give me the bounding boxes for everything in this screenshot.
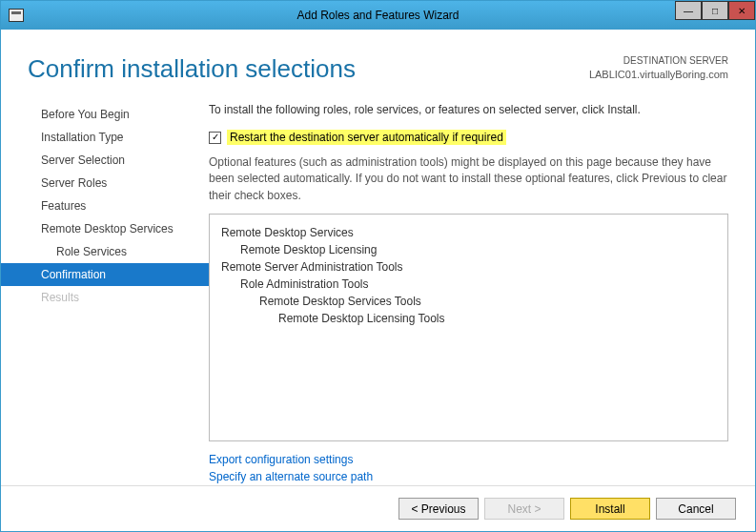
footer: < Previous Next > Install Cancel — [1, 485, 755, 531]
source-link[interactable]: Specify an alternate source path — [209, 468, 728, 485]
sidebar-item-results: Results — [1, 286, 209, 309]
destination-server-label: DESTINATION SERVER — [589, 54, 728, 68]
install-button[interactable]: Install — [570, 498, 650, 520]
previous-button[interactable]: < Previous — [398, 498, 479, 520]
sidebar-item-server-roles[interactable]: Server Roles — [1, 172, 209, 194]
feature-item: Remote Server Administration Tools — [221, 258, 716, 276]
header: Confirm installation selections DESTINAT… — [1, 30, 755, 93]
feature-item: Remote Desktop Licensing Tools — [221, 310, 716, 327]
window-title: Add Roles and Features Wizard — [296, 9, 459, 22]
optional-features-note: Optional features (such as administratio… — [209, 154, 728, 204]
export-link[interactable]: Export configuration settings — [209, 451, 728, 468]
sidebar-item-before-you-begin[interactable]: Before You Begin — [1, 103, 209, 126]
feature-item: Remote Desktop Services — [221, 224, 716, 241]
feature-item: Remote Desktop Services Tools — [221, 293, 716, 310]
main-panel: To install the following roles, role ser… — [209, 93, 728, 485]
features-box: Remote Desktop ServicesRemote Desktop Li… — [209, 214, 728, 441]
sidebar: Before You BeginInstallation TypeServer … — [1, 93, 209, 485]
sidebar-item-installation-type[interactable]: Installation Type — [1, 126, 209, 149]
titlebar: Add Roles and Features Wizard — □ ✕ — [1, 1, 755, 30]
feature-item: Remote Desktop Licensing — [221, 241, 716, 258]
restart-checkbox[interactable]: ✓ — [209, 132, 221, 144]
close-button[interactable]: ✕ — [728, 1, 755, 20]
sidebar-item-confirmation[interactable]: Confirmation — [1, 263, 209, 286]
window-controls: — □ ✕ — [675, 1, 755, 20]
cancel-button[interactable]: Cancel — [656, 498, 736, 520]
links: Export configuration settings Specify an… — [209, 451, 728, 485]
intro-text: To install the following roles, role ser… — [209, 103, 728, 116]
next-button: Next > — [484, 498, 564, 520]
restart-checkbox-row[interactable]: ✓ Restart the destination server automat… — [209, 130, 728, 145]
sidebar-item-features[interactable]: Features — [1, 194, 209, 217]
sidebar-item-remote-desktop-services[interactable]: Remote Desktop Services — [1, 217, 209, 240]
feature-item: Role Administration Tools — [221, 276, 716, 293]
app-icon — [9, 9, 24, 22]
minimize-button[interactable]: — — [675, 1, 702, 20]
sidebar-item-role-services[interactable]: Role Services — [1, 240, 209, 263]
sidebar-item-server-selection[interactable]: Server Selection — [1, 149, 209, 172]
destination-server-name: LABLIC01.virtuallyBoring.com — [589, 68, 728, 82]
restart-checkbox-label: Restart the destination server automatic… — [227, 130, 506, 145]
destination-server: DESTINATION SERVER LABLIC01.virtuallyBor… — [589, 54, 728, 82]
page-title: Confirm installation selections — [28, 54, 356, 84]
maximize-button[interactable]: □ — [702, 1, 728, 20]
